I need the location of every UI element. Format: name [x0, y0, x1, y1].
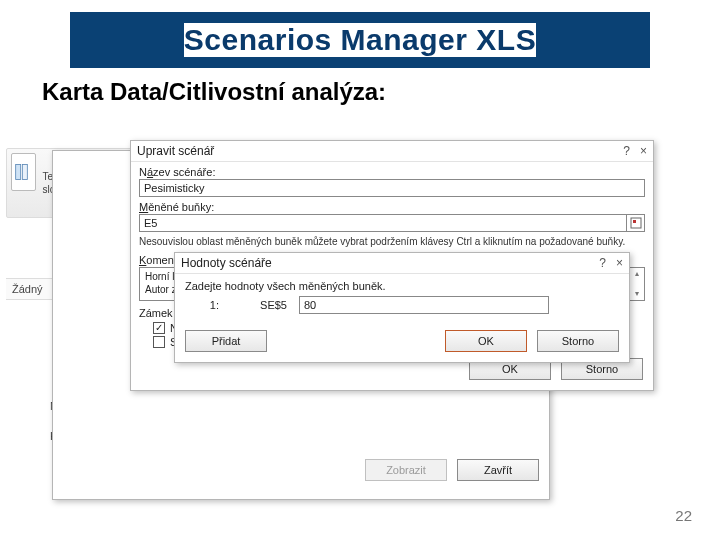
values-ok-button[interactable]: OK — [445, 330, 527, 352]
chevron-down-icon: ▾ — [635, 289, 639, 299]
values-cancel-button[interactable]: Storno — [537, 330, 619, 352]
text-to-columns-icon — [11, 153, 36, 191]
changing-cells-note: Nesouvislou oblast měněných buněk můžete… — [139, 236, 645, 248]
slide-title: Scenarios Manager XLS — [184, 23, 536, 57]
slide-title-banner: Scenarios Manager XLS — [70, 12, 650, 68]
scenario-name-input[interactable]: Pesimisticky — [139, 179, 645, 197]
help-icon[interactable]: ? — [599, 256, 606, 270]
value-row-index: 1: — [185, 299, 219, 311]
range-select-icon[interactable] — [626, 215, 644, 231]
svg-rect-1 — [22, 165, 27, 180]
close-manager-button[interactable]: Zavřít — [457, 459, 539, 481]
value-input[interactable]: 80 — [299, 296, 549, 314]
page-number: 22 — [675, 507, 692, 524]
add-button[interactable]: Přidat — [185, 330, 267, 352]
edit-scenario-title: Upravit scénář — [137, 144, 214, 158]
slide-subtitle: Karta Data/Citlivostní analýza: — [42, 78, 680, 106]
changing-cells-input[interactable]: E5 — [139, 214, 645, 232]
scenario-values-dialog: Hodnoty scénáře ? × Zadejte hodnoty všec… — [174, 252, 630, 363]
close-icon[interactable]: × — [616, 256, 623, 270]
scenario-values-title: Hodnoty scénáře — [181, 256, 272, 270]
bg-none-label: Žádný — [12, 283, 43, 295]
values-instruction: Zadejte hodnoty všech měněných buněk. — [185, 280, 619, 292]
scrollbar[interactable]: ▴▾ — [628, 268, 644, 300]
scenario-name-label: Název scénáře: — [139, 166, 645, 178]
chevron-up-icon: ▴ — [635, 269, 639, 279]
help-icon[interactable]: ? — [623, 144, 630, 158]
changing-cells-label: Měněné buňky: — [139, 201, 645, 213]
show-button: Zobrazit — [365, 459, 447, 481]
svg-rect-0 — [15, 165, 20, 180]
close-icon[interactable]: × — [640, 144, 647, 158]
value-cell-ref: SE$5 — [227, 299, 291, 311]
svg-rect-4 — [633, 220, 636, 223]
